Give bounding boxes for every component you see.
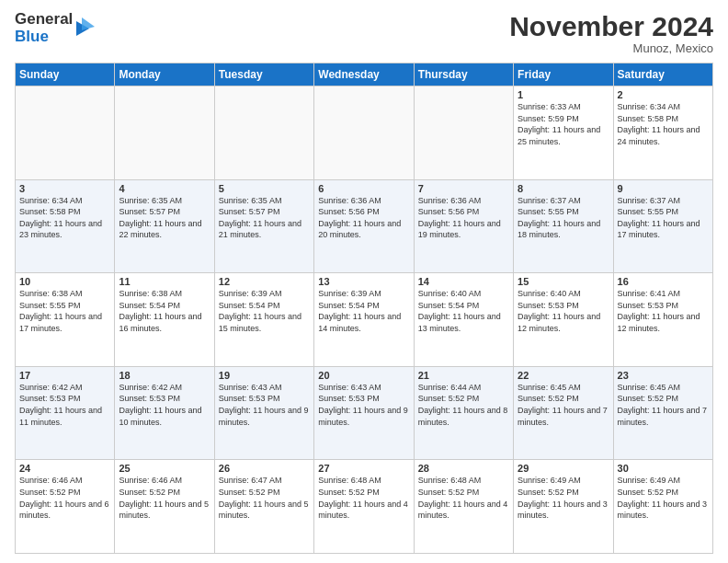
logo: General Blue <box>15 11 95 45</box>
day-cell: 17Sunrise: 6:42 AM Sunset: 5:53 PM Dayli… <box>16 366 115 460</box>
day-info: Sunrise: 6:39 AM Sunset: 5:54 PM Dayligh… <box>318 288 409 334</box>
day-cell: 19Sunrise: 6:43 AM Sunset: 5:53 PM Dayli… <box>214 366 313 460</box>
logo-arrow-icon <box>76 14 95 43</box>
col-header-friday: Friday <box>514 63 613 86</box>
day-info: Sunrise: 6:40 AM Sunset: 5:54 PM Dayligh… <box>418 288 509 334</box>
day-number: 16 <box>618 276 709 287</box>
day-cell: 28Sunrise: 6:48 AM Sunset: 5:52 PM Dayli… <box>414 460 513 554</box>
day-number: 9 <box>618 183 709 194</box>
col-header-sunday: Sunday <box>16 63 115 86</box>
day-cell: 7Sunrise: 6:36 AM Sunset: 5:56 PM Daylig… <box>414 179 513 273</box>
col-header-wednesday: Wednesday <box>314 63 414 86</box>
day-number: 13 <box>318 276 409 287</box>
day-cell <box>16 86 115 180</box>
day-info: Sunrise: 6:48 AM Sunset: 5:52 PM Dayligh… <box>418 475 509 521</box>
day-cell: 16Sunrise: 6:41 AM Sunset: 5:53 PM Dayli… <box>613 273 712 367</box>
day-info: Sunrise: 6:47 AM Sunset: 5:52 PM Dayligh… <box>219 475 310 521</box>
day-number: 8 <box>518 183 609 194</box>
day-info: Sunrise: 6:42 AM Sunset: 5:53 PM Dayligh… <box>19 382 110 428</box>
day-number: 6 <box>318 183 409 194</box>
day-info: Sunrise: 6:38 AM Sunset: 5:54 PM Dayligh… <box>119 288 210 334</box>
day-cell: 13Sunrise: 6:39 AM Sunset: 5:54 PM Dayli… <box>314 273 414 367</box>
day-cell: 24Sunrise: 6:46 AM Sunset: 5:52 PM Dayli… <box>16 460 115 554</box>
day-number: 23 <box>618 370 709 381</box>
col-header-tuesday: Tuesday <box>214 63 313 86</box>
day-cell <box>414 86 513 180</box>
day-cell: 21Sunrise: 6:44 AM Sunset: 5:52 PM Dayli… <box>414 366 513 460</box>
day-number: 11 <box>119 276 210 287</box>
day-cell: 30Sunrise: 6:49 AM Sunset: 5:52 PM Dayli… <box>613 460 712 554</box>
day-number: 24 <box>19 463 110 474</box>
day-info: Sunrise: 6:45 AM Sunset: 5:52 PM Dayligh… <box>518 382 609 428</box>
col-header-thursday: Thursday <box>414 63 513 86</box>
day-info: Sunrise: 6:36 AM Sunset: 5:56 PM Dayligh… <box>318 195 409 241</box>
col-header-monday: Monday <box>115 63 214 86</box>
day-number: 5 <box>219 183 310 194</box>
day-number: 3 <box>19 183 110 194</box>
day-cell: 2Sunrise: 6:34 AM Sunset: 5:58 PM Daylig… <box>613 86 712 180</box>
week-row-4: 17Sunrise: 6:42 AM Sunset: 5:53 PM Dayli… <box>16 366 713 460</box>
day-cell: 15Sunrise: 6:40 AM Sunset: 5:53 PM Dayli… <box>514 273 613 367</box>
day-info: Sunrise: 6:49 AM Sunset: 5:52 PM Dayligh… <box>518 475 609 521</box>
svg-marker-1 <box>82 17 95 30</box>
day-cell: 5Sunrise: 6:35 AM Sunset: 5:57 PM Daylig… <box>214 179 313 273</box>
day-cell: 1Sunrise: 6:33 AM Sunset: 5:59 PM Daylig… <box>514 86 613 180</box>
day-number: 18 <box>119 370 210 381</box>
day-number: 17 <box>19 370 110 381</box>
day-number: 27 <box>318 463 409 474</box>
day-info: Sunrise: 6:43 AM Sunset: 5:53 PM Dayligh… <box>318 382 409 428</box>
day-number: 20 <box>318 370 409 381</box>
day-number: 29 <box>518 463 609 474</box>
day-number: 4 <box>119 183 210 194</box>
day-number: 25 <box>119 463 210 474</box>
day-info: Sunrise: 6:34 AM Sunset: 5:58 PM Dayligh… <box>618 101 709 147</box>
day-info: Sunrise: 6:35 AM Sunset: 5:57 PM Dayligh… <box>119 195 210 241</box>
day-cell: 27Sunrise: 6:48 AM Sunset: 5:52 PM Dayli… <box>314 460 414 554</box>
day-info: Sunrise: 6:48 AM Sunset: 5:52 PM Dayligh… <box>318 475 409 521</box>
page: General Blue November 2024 Munoz, Mexico… <box>0 0 728 563</box>
day-info: Sunrise: 6:46 AM Sunset: 5:52 PM Dayligh… <box>119 475 210 521</box>
day-number: 7 <box>418 183 509 194</box>
header-row: SundayMondayTuesdayWednesdayThursdayFrid… <box>16 63 713 86</box>
day-cell: 14Sunrise: 6:40 AM Sunset: 5:54 PM Dayli… <box>414 273 513 367</box>
day-cell: 25Sunrise: 6:46 AM Sunset: 5:52 PM Dayli… <box>115 460 214 554</box>
day-cell: 3Sunrise: 6:34 AM Sunset: 5:58 PM Daylig… <box>16 179 115 273</box>
day-info: Sunrise: 6:38 AM Sunset: 5:55 PM Dayligh… <box>19 288 110 334</box>
day-info: Sunrise: 6:44 AM Sunset: 5:52 PM Dayligh… <box>418 382 509 428</box>
day-number: 28 <box>418 463 509 474</box>
day-info: Sunrise: 6:34 AM Sunset: 5:58 PM Dayligh… <box>19 195 110 241</box>
day-info: Sunrise: 6:37 AM Sunset: 5:55 PM Dayligh… <box>618 195 709 241</box>
col-header-saturday: Saturday <box>613 63 712 86</box>
calendar-table: SundayMondayTuesdayWednesdayThursdayFrid… <box>15 63 713 554</box>
week-row-1: 1Sunrise: 6:33 AM Sunset: 5:59 PM Daylig… <box>16 86 713 180</box>
day-cell <box>115 86 214 180</box>
day-info: Sunrise: 6:36 AM Sunset: 5:56 PM Dayligh… <box>418 195 509 241</box>
day-cell <box>214 86 313 180</box>
day-info: Sunrise: 6:45 AM Sunset: 5:52 PM Dayligh… <box>618 382 709 428</box>
day-info: Sunrise: 6:33 AM Sunset: 5:59 PM Dayligh… <box>518 101 609 147</box>
logo-text: General Blue <box>15 11 73 45</box>
day-cell: 10Sunrise: 6:38 AM Sunset: 5:55 PM Dayli… <box>16 273 115 367</box>
day-info: Sunrise: 6:43 AM Sunset: 5:53 PM Dayligh… <box>219 382 310 428</box>
day-number: 19 <box>219 370 310 381</box>
day-info: Sunrise: 6:39 AM Sunset: 5:54 PM Dayligh… <box>219 288 310 334</box>
day-cell: 12Sunrise: 6:39 AM Sunset: 5:54 PM Dayli… <box>214 273 313 367</box>
day-info: Sunrise: 6:49 AM Sunset: 5:52 PM Dayligh… <box>618 475 709 521</box>
month-title: November 2024 <box>509 11 713 41</box>
day-number: 15 <box>518 276 609 287</box>
day-number: 22 <box>518 370 609 381</box>
day-info: Sunrise: 6:46 AM Sunset: 5:52 PM Dayligh… <box>19 475 110 521</box>
day-info: Sunrise: 6:41 AM Sunset: 5:53 PM Dayligh… <box>618 288 709 334</box>
day-cell: 18Sunrise: 6:42 AM Sunset: 5:53 PM Dayli… <box>115 366 214 460</box>
day-number: 30 <box>618 463 709 474</box>
day-info: Sunrise: 6:42 AM Sunset: 5:53 PM Dayligh… <box>119 382 210 428</box>
day-cell: 23Sunrise: 6:45 AM Sunset: 5:52 PM Dayli… <box>613 366 712 460</box>
week-row-3: 10Sunrise: 6:38 AM Sunset: 5:55 PM Dayli… <box>16 273 713 367</box>
day-number: 2 <box>618 89 709 100</box>
week-row-5: 24Sunrise: 6:46 AM Sunset: 5:52 PM Dayli… <box>16 460 713 554</box>
day-info: Sunrise: 6:37 AM Sunset: 5:55 PM Dayligh… <box>518 195 609 241</box>
day-cell: 29Sunrise: 6:49 AM Sunset: 5:52 PM Dayli… <box>514 460 613 554</box>
day-cell: 11Sunrise: 6:38 AM Sunset: 5:54 PM Dayli… <box>115 273 214 367</box>
day-info: Sunrise: 6:35 AM Sunset: 5:57 PM Dayligh… <box>219 195 310 241</box>
day-number: 12 <box>219 276 310 287</box>
